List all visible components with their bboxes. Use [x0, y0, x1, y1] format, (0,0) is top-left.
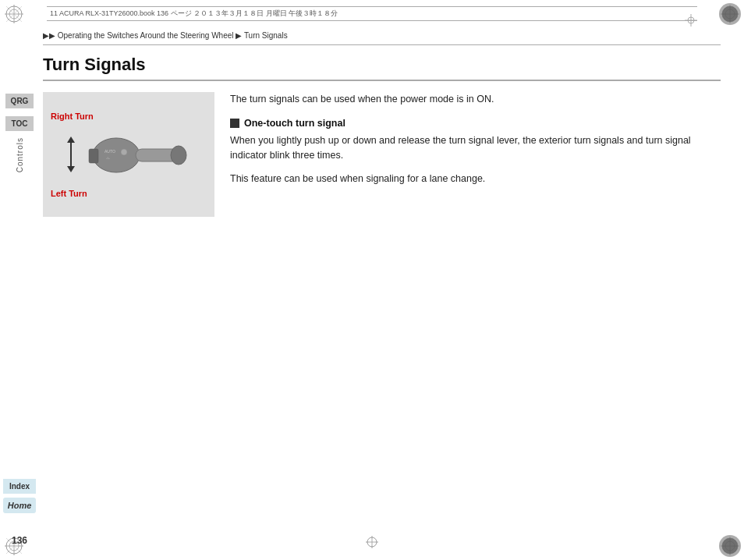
svg-point-11 — [722, 6, 738, 22]
controls-label: Controls — [16, 137, 24, 172]
svg-point-23 — [722, 538, 738, 554]
home-button[interactable]: Home — [3, 498, 36, 513]
svg-text:-/+: -/+ — [106, 156, 110, 160]
file-info-bar: 11 ACURA RLX-31TY26000.book 136 ページ ２０１３… — [47, 6, 697, 21]
main-content: ▶▶ Operating the Switches Around the Ste… — [43, 31, 721, 537]
arrow-line — [70, 143, 72, 166]
text-section: The turn signals can be used when the po… — [230, 92, 721, 194]
svg-point-30 — [93, 138, 140, 172]
breadcrumb-item-1: Operating the Switches Around the Steeri… — [58, 31, 234, 40]
section1-heading-text: One-touch turn signal — [244, 118, 345, 129]
breadcrumb-arrow-1: ▶▶ — [43, 31, 55, 40]
svg-text:AUTO: AUTO — [105, 149, 115, 154]
content-grid: Right Turn — [43, 92, 721, 217]
left-turn-label: Left Turn — [51, 189, 207, 198]
toc-button[interactable]: TOC — [5, 116, 34, 131]
arrow-down-icon — [67, 166, 75, 172]
page-number: 136 — [12, 535, 27, 546]
svg-point-32 — [171, 146, 186, 165]
file-info-text: 11 ACURA RLX-31TY26000.book 136 ページ ２０１３… — [50, 9, 338, 19]
intro-text: The turn signals can be used when the po… — [230, 92, 721, 107]
right-turn-label: Right Turn — [51, 112, 207, 121]
qrg-button[interactable]: QRG — [5, 94, 34, 108]
left-sidebar: QRG TOC Controls Index Home 136 — [0, 0, 39, 560]
svg-rect-36 — [89, 149, 98, 163]
breadcrumb-item-2: Turn Signals — [244, 31, 288, 40]
image-section: Right Turn — [43, 92, 214, 217]
breadcrumb: ▶▶ Operating the Switches Around the Ste… — [43, 31, 721, 45]
breadcrumb-arrow-2: ▶ — [236, 31, 242, 40]
section1-body: When you lightly push up or down and rel… — [230, 133, 721, 164]
index-button[interactable]: Index — [3, 479, 36, 494]
page-title: Turn Signals — [43, 55, 721, 81]
section1-heading: One-touch turn signal — [230, 118, 721, 129]
lever-illustration: AUTO -/+ — [81, 126, 190, 184]
turn-arrows — [67, 136, 75, 172]
arrow-up-icon — [67, 136, 75, 143]
section2-body: This feature can be used when signaling … — [230, 172, 721, 186]
bottom-center-crosshair — [364, 534, 380, 552]
svg-point-35 — [121, 149, 127, 155]
